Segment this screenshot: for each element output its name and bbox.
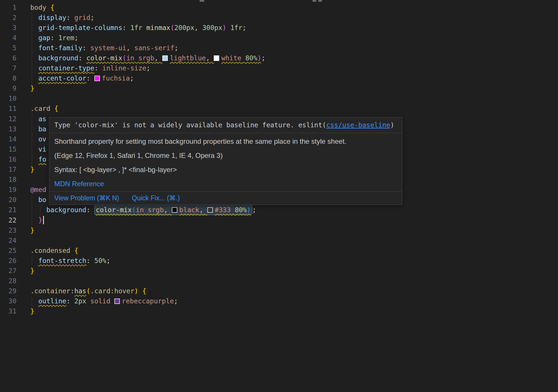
code-line[interactable]: 5 font-family: system-ui, sans-serif; <box>0 43 558 53</box>
code-text: background: color-mix(in srgb, lightblue… <box>30 54 265 62</box>
line-number[interactable]: 23 <box>0 227 16 234</box>
color-swatch[interactable] <box>94 76 100 81</box>
code-token: ; <box>74 34 78 42</box>
code-token: container-type <box>38 64 94 72</box>
code-text: } <box>30 85 34 92</box>
line-number[interactable]: 30 <box>0 297 16 305</box>
color-swatch[interactable] <box>172 207 177 213</box>
hover-description: Shorthand property for setting most back… <box>54 137 397 145</box>
line-number[interactable]: 19 <box>0 186 16 193</box>
code-text: grid-template-columns: 1fr minmax(200px,… <box>30 24 246 31</box>
color-swatch[interactable] <box>207 207 213 213</box>
line-number[interactable]: 16 <box>0 156 16 163</box>
line-number[interactable]: 7 <box>0 64 16 72</box>
code-line[interactable]: 6 background: color-mix(in srgb, lightbl… <box>0 53 558 63</box>
code-line[interactable]: 3 grid-template-columns: 1fr minmax(200p… <box>0 23 558 33</box>
line-number[interactable]: 18 <box>0 176 16 183</box>
code-line[interactable]: 23} <box>0 225 558 235</box>
code-token: 1fr <box>230 24 242 31</box>
code-token: } <box>30 307 34 315</box>
code-text: body { <box>30 4 54 11</box>
color-swatch[interactable] <box>114 298 120 304</box>
code-token <box>30 135 38 143</box>
code-line[interactable]: 9} <box>0 83 558 94</box>
line-number[interactable]: 31 <box>0 307 16 315</box>
hover-browser-support: (Edge 12, Firefox 1, Safari 1, Chrome 1,… <box>54 151 397 160</box>
code-token: : <box>50 34 58 42</box>
code-token: : <box>86 206 94 214</box>
line-number[interactable]: 10 <box>0 95 16 102</box>
line-number[interactable]: 26 <box>0 257 16 264</box>
code-token: body <box>30 4 46 11</box>
code-token: display <box>38 14 66 21</box>
code-line[interactable]: 25.condensed { <box>0 245 558 255</box>
line-number[interactable]: 21 <box>0 206 16 214</box>
line-number[interactable]: 4 <box>0 34 16 42</box>
code-line[interactable]: 28 <box>0 276 558 286</box>
view-problem-button[interactable]: View Problem (⌘K N) <box>54 194 119 202</box>
code-line[interactable]: 8 accent-color: fuchsia; <box>0 73 558 83</box>
line-number[interactable]: 11 <box>0 105 16 112</box>
line-number[interactable]: 3 <box>0 24 16 31</box>
code-text: vi <box>30 145 46 153</box>
mdn-reference-link[interactable]: MDN Reference <box>54 180 104 188</box>
code-text: } <box>30 307 34 315</box>
line-number[interactable]: 8 <box>0 74 16 82</box>
code-line[interactable]: 22 } <box>0 215 558 225</box>
code-line[interactable]: 29.container:has(.card:hover) { <box>0 286 558 296</box>
line-number[interactable]: 24 <box>0 237 16 244</box>
code-token: 2px <box>74 297 86 305</box>
code-line[interactable]: 4 gap: 1rem; <box>0 33 558 43</box>
line-number[interactable]: 25 <box>0 247 16 254</box>
code-text: } <box>30 227 34 234</box>
line-number[interactable]: 17 <box>0 166 16 173</box>
line-number[interactable]: 6 <box>0 54 16 62</box>
line-number[interactable]: 5 <box>0 44 16 52</box>
code-line[interactable]: 1body { <box>0 2 558 12</box>
line-number[interactable]: 9 <box>0 85 16 92</box>
diagnostic-text: Type 'color-mix' is not a widely availab… <box>54 121 298 129</box>
line-number[interactable]: 2 <box>0 14 16 21</box>
line-number[interactable]: 28 <box>0 277 16 285</box>
code-token <box>30 44 38 52</box>
code-line[interactable]: 21 background: color-mix(in srgb, black,… <box>0 205 558 215</box>
line-number[interactable]: 13 <box>0 125 16 133</box>
line-number[interactable]: 1 <box>0 4 16 11</box>
code-line[interactable]: 10 <box>0 94 558 104</box>
color-swatch[interactable] <box>214 55 219 61</box>
code-text: bo <box>30 196 46 204</box>
code-line[interactable]: 30 outline: 2px solid rebeccapurple; <box>0 296 558 306</box>
color-swatch[interactable] <box>162 55 168 61</box>
code-token: : <box>122 24 131 31</box>
code-token <box>30 64 38 72</box>
code-line[interactable]: 2 display: grid; <box>0 12 558 23</box>
code-token: 1rem <box>58 34 74 42</box>
code-line[interactable]: 31} <box>0 306 558 316</box>
code-text: gap: 1rem; <box>30 34 78 42</box>
line-number[interactable]: 14 <box>0 135 16 143</box>
code-token <box>30 145 38 153</box>
code-line[interactable]: 7 container-type: inline-size; <box>0 63 558 73</box>
line-number[interactable]: 27 <box>0 267 16 275</box>
code-token <box>30 216 38 224</box>
code-token: , <box>206 54 214 62</box>
code-text: } <box>30 216 44 224</box>
line-number[interactable]: 15 <box>0 145 16 153</box>
code-token: ; <box>130 74 134 82</box>
code-line[interactable]: 11.card { <box>0 104 558 114</box>
code-token: } <box>30 267 34 275</box>
rule-link[interactable]: css/use-baseline <box>326 121 390 129</box>
line-number[interactable]: 29 <box>0 287 16 295</box>
code-token: minmax <box>146 24 170 31</box>
line-number[interactable]: 12 <box>0 115 16 123</box>
line-number[interactable]: 22 <box>0 216 16 224</box>
code-line[interactable]: 27} <box>0 266 558 276</box>
code-token: #333 <box>215 206 231 214</box>
code-token <box>30 125 38 133</box>
code-token: 50% <box>94 257 107 264</box>
code-line[interactable]: 24 <box>0 235 558 245</box>
quick-fix-button[interactable]: Quick Fix... (⌘.) <box>132 194 180 202</box>
code-token: : <box>86 257 94 264</box>
code-line[interactable]: 26 font-stretch: 50%; <box>0 255 558 266</box>
line-number[interactable]: 20 <box>0 196 16 204</box>
